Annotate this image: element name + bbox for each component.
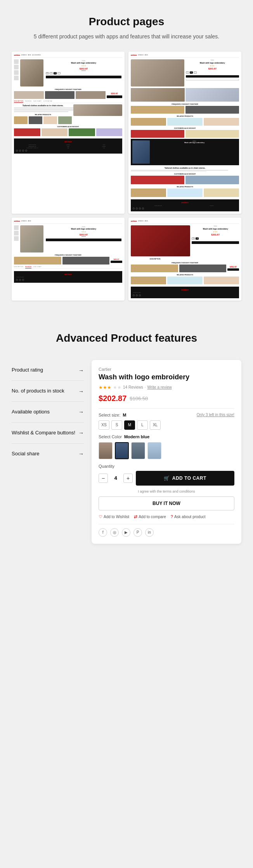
size-btn-s[interactable]: S	[111, 420, 122, 430]
advanced-content: Product rating → No. of products in stoc…	[12, 360, 241, 544]
mockup2-related-products	[131, 118, 239, 126]
color-select-value: Modern blue	[124, 434, 149, 439]
size-s: S	[50, 72, 53, 74]
mockup2-related-title: RELATED PRODUCTS	[131, 115, 239, 117]
compare-link[interactable]: ⇄ Add to compare	[134, 514, 166, 519]
mockup2-size-l: L	[194, 71, 197, 74]
social-facebook-icon[interactable]: f	[99, 528, 107, 537]
footer-icon-pi	[25, 150, 27, 152]
mockup2-stars: ★★★	[186, 65, 239, 67]
mockup2-also-2	[185, 130, 239, 138]
footer2-nav: Womens	[187, 205, 237, 206]
also-img-1	[14, 128, 40, 136]
footer2-icon-fb	[133, 207, 135, 209]
buy-now-label: BUY IT NOW	[152, 501, 180, 506]
mockup2-add-btn	[186, 75, 239, 78]
mockup3-tab-size: SIZE CHART	[33, 266, 42, 268]
grid-img-1	[131, 88, 185, 102]
fbt-product-1	[14, 91, 44, 99]
mockup2-related2-products	[131, 188, 239, 197]
social-instagram-icon[interactable]: ◎	[110, 528, 119, 537]
footer3-info: +48 500-330-0001	[16, 276, 120, 278]
mockup4-rel-img-3	[204, 277, 239, 284]
mockup2-rel2-3	[204, 188, 239, 197]
mockup-footer-4: ambee +48 550-360-0000	[131, 287, 239, 298]
mockup4-nav-2: MENS	[145, 220, 148, 222]
also-product-3	[69, 128, 95, 136]
size-btn-xs[interactable]: XS	[99, 420, 109, 430]
review-count: 14 Reviews	[123, 385, 143, 389]
wishlist-link[interactable]: ♡ Add to Wishlist	[99, 514, 129, 519]
product-brand: Cartier	[99, 367, 234, 372]
mockup2-customers-products	[131, 176, 239, 184]
mockup4-related-title: RELATED PRODUCTS	[131, 274, 239, 276]
feature-social-arrow: →	[78, 451, 84, 457]
color-thumb-3[interactable]	[131, 442, 145, 459]
write-review-link[interactable]: Write a review	[147, 385, 172, 389]
also-bought-products	[14, 128, 122, 136]
footer-icon-ig	[19, 150, 21, 152]
thumb-2	[14, 65, 19, 69]
size-btn-xl[interactable]: XL	[150, 420, 161, 430]
mockup4-stars: ★★★	[192, 231, 239, 233]
mockup2-customers-title: CUSTOMERS ALSO BOUGHT	[131, 173, 239, 175]
feature-social-label: Social share	[12, 451, 40, 457]
mockup2-nav-1: WOMENS	[138, 54, 144, 56]
feature-product-rating: Product rating →	[12, 360, 84, 381]
mockup3-add-btn	[46, 239, 121, 241]
screenshot-card-2: ambee WOMENS MENS Cartier Wash with logo…	[128, 52, 241, 214]
social-youtube-icon[interactable]: ▶	[122, 528, 130, 537]
mockup-footer-1: ambee +48 550-330-0001 info@ambee.com 10…	[14, 138, 122, 154]
also-img-3	[69, 128, 95, 136]
mockup3-tab-desc: DESCRIPTION	[14, 266, 23, 268]
color-select-row: Select Color Modern blue	[99, 434, 234, 439]
mockup-logo-1: ambee	[14, 54, 20, 56]
section1-title: Product pages	[12, 16, 241, 28]
footer-info-3: FAQ	[88, 147, 120, 149]
buy-now-btn[interactable]: BUY IT NOW	[99, 496, 234, 510]
size-l: L	[57, 72, 61, 74]
footer2-icon-pi	[142, 207, 144, 209]
footer2-icon-ig	[136, 207, 138, 209]
qty-minus-btn[interactable]: −	[99, 474, 108, 483]
quantity-row: − 4 + 🛒 ADD TO CART	[99, 471, 234, 486]
section1-subtitle: 5 different product pages with apps and …	[12, 33, 241, 41]
size-select-value: M	[123, 413, 126, 417]
mockup3-nav-2: MENS	[28, 220, 31, 222]
mockup2-dark-content: ambee Wash with logo embroidery	[132, 140, 237, 164]
also-bought-section: CUSTOMERS ALSO BOUGHT	[14, 126, 122, 136]
thumb-1	[14, 59, 19, 64]
color-img-1	[99, 443, 112, 459]
add-to-cart-btn[interactable]: 🛒 ADD TO CART	[136, 471, 234, 486]
section-product-pages: Product pages 5 different product pages …	[0, 0, 253, 316]
color-thumb-1[interactable]	[99, 442, 113, 459]
mockup2-brand: Cartier	[186, 59, 239, 61]
qty-plus-btn[interactable]: +	[123, 474, 133, 483]
also-bought-title: CUSTOMERS ALSO BOUGHT	[14, 126, 122, 128]
social-pinterest-icon[interactable]: P	[133, 528, 142, 537]
footer4-icon-fb	[133, 294, 135, 296]
wishlist-label: Add to Wishlist	[104, 515, 129, 519]
product-stars-row: ★★★ ★★ 14 Reviews · Write a review	[99, 385, 234, 390]
mockup2-fbt-2	[185, 106, 239, 114]
mockup2-fbt: FREQUENTLY BOUGHT TOGETHER	[131, 103, 239, 114]
mockup4-fbt-img-2	[179, 265, 227, 272]
mockup3-fbt-total: $462.87	[114, 258, 119, 260]
product-name: Wash with logo embroidery	[99, 373, 234, 382]
size-btn-m[interactable]: M	[124, 420, 135, 430]
color-thumb-2[interactable]	[115, 442, 129, 459]
mockup2-rel2-1	[131, 188, 166, 197]
fbt-img-3	[76, 91, 106, 99]
mockup2-fbt-title: FREQUENTLY BOUGHT TOGETHER	[131, 103, 239, 105]
ask-link[interactable]: ? Ask about product	[171, 514, 206, 519]
mockup2-fbt-1	[131, 106, 184, 114]
size-btn-l[interactable]: L	[137, 420, 148, 430]
mockup-old-price-1: $106.58	[46, 70, 121, 71]
footer2-col-2: Womens	[187, 205, 237, 206]
thumb-3	[14, 70, 19, 75]
social-linkedin-icon[interactable]: in	[145, 528, 154, 537]
mockup2-also-1	[131, 130, 184, 138]
color-thumb-4[interactable]	[147, 442, 161, 459]
mockup3-fbt-products: $462.87	[14, 257, 122, 265]
mockup2-rel-3	[204, 118, 239, 126]
